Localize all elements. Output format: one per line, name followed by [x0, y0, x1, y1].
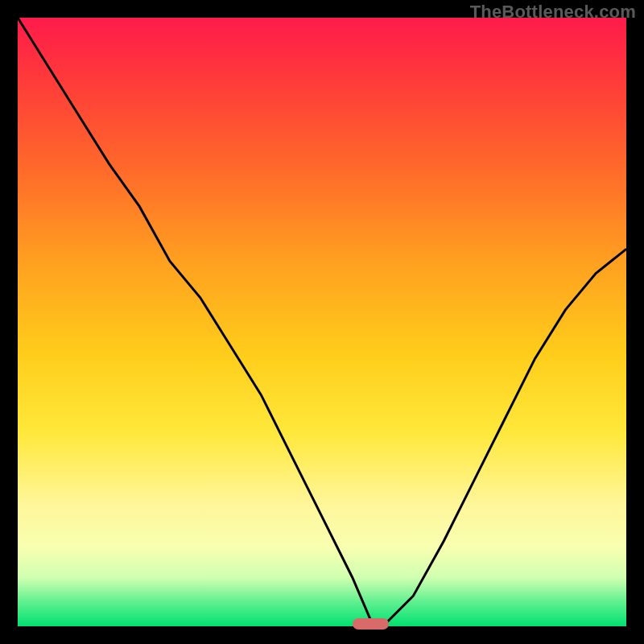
watermark-text: TheBottleneck.com	[470, 2, 636, 23]
plot-area	[18, 18, 626, 626]
chart-frame: TheBottleneck.com	[0, 0, 644, 644]
optimal-marker	[353, 618, 389, 630]
bottleneck-curve	[18, 18, 626, 626]
curve-path	[18, 18, 626, 626]
